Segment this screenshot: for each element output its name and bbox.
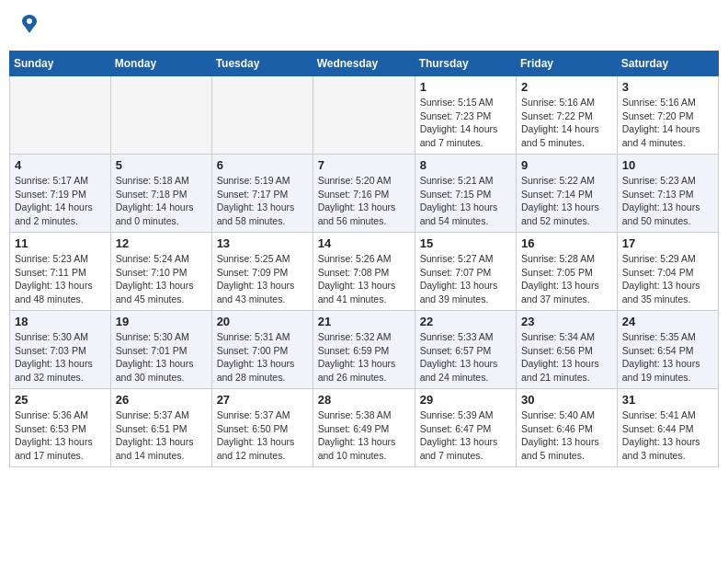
day-info: Sunrise: 5:23 AM Sunset: 7:11 PM Dayligh… bbox=[15, 252, 106, 306]
day-number: 7 bbox=[318, 158, 410, 172]
day-info: Sunrise: 5:37 AM Sunset: 6:51 PM Dayligh… bbox=[116, 408, 207, 463]
day-info: Sunrise: 5:29 AM Sunset: 7:04 PM Dayligh… bbox=[622, 252, 713, 306]
day-number: 28 bbox=[318, 393, 410, 407]
day-info: Sunrise: 5:33 AM Sunset: 6:57 PM Dayligh… bbox=[420, 330, 511, 385]
day-number: 11 bbox=[15, 236, 106, 250]
day-number: 18 bbox=[15, 315, 106, 328]
weekday-header-tuesday: Tuesday bbox=[211, 52, 313, 76]
day-number: 6 bbox=[217, 158, 308, 172]
weekday-header-wednesday: Wednesday bbox=[313, 52, 415, 76]
day-info: Sunrise: 5:18 AM Sunset: 7:18 PM Dayligh… bbox=[116, 174, 207, 228]
calendar-day-cell: 19Sunrise: 5:30 AM Sunset: 7:01 PM Dayli… bbox=[110, 311, 211, 389]
calendar-day-cell: 13Sunrise: 5:25 AM Sunset: 7:09 PM Dayli… bbox=[211, 233, 313, 311]
day-info: Sunrise: 5:40 AM Sunset: 6:46 PM Dayligh… bbox=[521, 408, 612, 463]
day-info: Sunrise: 5:32 AM Sunset: 6:59 PM Dayligh… bbox=[318, 330, 410, 385]
day-info: Sunrise: 5:41 AM Sunset: 6:44 PM Dayligh… bbox=[622, 408, 713, 463]
calendar-week-row: 1Sunrise: 5:15 AM Sunset: 7:23 PM Daylig… bbox=[10, 76, 719, 155]
day-info: Sunrise: 5:24 AM Sunset: 7:10 PM Dayligh… bbox=[116, 252, 207, 306]
day-info: Sunrise: 5:25 AM Sunset: 7:09 PM Dayligh… bbox=[217, 252, 308, 306]
calendar-week-row: 11Sunrise: 5:23 AM Sunset: 7:11 PM Dayli… bbox=[10, 233, 719, 311]
calendar-day-cell bbox=[110, 76, 211, 155]
day-info: Sunrise: 5:39 AM Sunset: 6:47 PM Dayligh… bbox=[420, 408, 511, 463]
day-number: 16 bbox=[521, 236, 612, 250]
day-info: Sunrise: 5:26 AM Sunset: 7:08 PM Dayligh… bbox=[318, 252, 410, 306]
calendar-day-cell: 31Sunrise: 5:41 AM Sunset: 6:44 PM Dayli… bbox=[617, 389, 718, 467]
calendar-day-cell: 18Sunrise: 5:30 AM Sunset: 7:03 PM Dayli… bbox=[10, 311, 111, 389]
day-info: Sunrise: 5:21 AM Sunset: 7:15 PM Dayligh… bbox=[420, 174, 511, 228]
day-info: Sunrise: 5:30 AM Sunset: 7:03 PM Dayligh… bbox=[15, 330, 106, 385]
calendar-day-cell: 14Sunrise: 5:26 AM Sunset: 7:08 PM Dayli… bbox=[313, 233, 415, 311]
calendar-day-cell: 22Sunrise: 5:33 AM Sunset: 6:57 PM Dayli… bbox=[415, 311, 516, 389]
day-number: 5 bbox=[116, 158, 207, 172]
day-number: 20 bbox=[217, 315, 308, 328]
calendar-day-cell: 12Sunrise: 5:24 AM Sunset: 7:10 PM Dayli… bbox=[110, 233, 211, 311]
calendar-day-cell: 16Sunrise: 5:28 AM Sunset: 7:05 PM Dayli… bbox=[517, 233, 618, 311]
day-number: 8 bbox=[420, 158, 511, 172]
day-number: 26 bbox=[116, 393, 207, 407]
day-number: 27 bbox=[217, 393, 308, 407]
day-info: Sunrise: 5:34 AM Sunset: 6:56 PM Dayligh… bbox=[521, 330, 612, 385]
day-info: Sunrise: 5:37 AM Sunset: 6:50 PM Dayligh… bbox=[217, 408, 308, 463]
day-number: 24 bbox=[622, 315, 713, 328]
calendar-week-row: 25Sunrise: 5:36 AM Sunset: 6:53 PM Dayli… bbox=[10, 389, 719, 467]
weekday-header-row: SundayMondayTuesdayWednesdayThursdayFrid… bbox=[10, 52, 719, 76]
calendar-day-cell: 11Sunrise: 5:23 AM Sunset: 7:11 PM Dayli… bbox=[10, 233, 111, 311]
calendar-day-cell: 7Sunrise: 5:20 AM Sunset: 7:16 PM Daylig… bbox=[313, 155, 415, 233]
calendar-day-cell: 23Sunrise: 5:34 AM Sunset: 6:56 PM Dayli… bbox=[517, 311, 618, 389]
day-info: Sunrise: 5:35 AM Sunset: 6:54 PM Dayligh… bbox=[622, 330, 713, 385]
day-number: 21 bbox=[318, 315, 410, 328]
day-number: 17 bbox=[622, 236, 713, 250]
calendar-day-cell bbox=[211, 76, 313, 155]
calendar-day-cell: 3Sunrise: 5:16 AM Sunset: 7:20 PM Daylig… bbox=[617, 76, 718, 155]
day-info: Sunrise: 5:36 AM Sunset: 6:53 PM Dayligh… bbox=[15, 408, 106, 463]
calendar-day-cell: 15Sunrise: 5:27 AM Sunset: 7:07 PM Dayli… bbox=[415, 233, 516, 311]
weekday-header-monday: Monday bbox=[110, 52, 211, 76]
day-info: Sunrise: 5:38 AM Sunset: 6:49 PM Dayligh… bbox=[318, 408, 410, 463]
day-info: Sunrise: 5:15 AM Sunset: 7:23 PM Dayligh… bbox=[420, 96, 511, 150]
day-number: 31 bbox=[622, 393, 713, 407]
weekday-header-thursday: Thursday bbox=[415, 52, 516, 76]
day-number: 3 bbox=[622, 80, 713, 94]
day-number: 1 bbox=[420, 80, 511, 94]
calendar-table: SundayMondayTuesdayWednesdayThursdayFrid… bbox=[9, 51, 719, 467]
calendar-week-row: 4Sunrise: 5:17 AM Sunset: 7:19 PM Daylig… bbox=[10, 155, 719, 233]
day-info: Sunrise: 5:17 AM Sunset: 7:19 PM Dayligh… bbox=[15, 174, 106, 228]
day-number: 14 bbox=[318, 236, 410, 250]
calendar-day-cell: 2Sunrise: 5:16 AM Sunset: 7:22 PM Daylig… bbox=[517, 76, 618, 155]
day-number: 19 bbox=[116, 315, 207, 328]
calendar-week-row: 18Sunrise: 5:30 AM Sunset: 7:03 PM Dayli… bbox=[10, 311, 719, 389]
day-number: 10 bbox=[622, 158, 713, 172]
calendar-day-cell: 8Sunrise: 5:21 AM Sunset: 7:15 PM Daylig… bbox=[415, 155, 516, 233]
day-info: Sunrise: 5:23 AM Sunset: 7:13 PM Dayligh… bbox=[622, 174, 713, 228]
weekday-header-sunday: Sunday bbox=[10, 52, 111, 76]
calendar-day-cell: 17Sunrise: 5:29 AM Sunset: 7:04 PM Dayli… bbox=[617, 233, 718, 311]
calendar-day-cell: 21Sunrise: 5:32 AM Sunset: 6:59 PM Dayli… bbox=[313, 311, 415, 389]
day-info: Sunrise: 5:20 AM Sunset: 7:16 PM Dayligh… bbox=[318, 174, 410, 228]
weekday-header-saturday: Saturday bbox=[617, 52, 718, 76]
day-info: Sunrise: 5:22 AM Sunset: 7:14 PM Dayligh… bbox=[521, 174, 612, 228]
logo bbox=[17, 13, 40, 40]
day-number: 13 bbox=[217, 236, 308, 250]
day-info: Sunrise: 5:16 AM Sunset: 7:20 PM Dayligh… bbox=[622, 96, 713, 150]
calendar-day-cell: 20Sunrise: 5:31 AM Sunset: 7:00 PM Dayli… bbox=[211, 311, 313, 389]
calendar-day-cell: 6Sunrise: 5:19 AM Sunset: 7:17 PM Daylig… bbox=[211, 155, 313, 233]
calendar-day-cell: 1Sunrise: 5:15 AM Sunset: 7:23 PM Daylig… bbox=[415, 76, 516, 155]
calendar-day-cell bbox=[313, 76, 415, 155]
calendar-day-cell: 30Sunrise: 5:40 AM Sunset: 6:46 PM Dayli… bbox=[517, 389, 618, 467]
day-number: 29 bbox=[420, 393, 511, 407]
header bbox=[9, 9, 719, 43]
calendar-day-cell: 9Sunrise: 5:22 AM Sunset: 7:14 PM Daylig… bbox=[517, 155, 618, 233]
calendar-day-cell: 5Sunrise: 5:18 AM Sunset: 7:18 PM Daylig… bbox=[110, 155, 211, 233]
day-number: 25 bbox=[15, 393, 106, 407]
day-number: 9 bbox=[521, 158, 612, 172]
day-number: 23 bbox=[521, 315, 612, 328]
day-info: Sunrise: 5:27 AM Sunset: 7:07 PM Dayligh… bbox=[420, 252, 511, 306]
day-number: 22 bbox=[420, 315, 511, 328]
calendar-day-cell: 29Sunrise: 5:39 AM Sunset: 6:47 PM Dayli… bbox=[415, 389, 516, 467]
day-number: 30 bbox=[521, 393, 612, 407]
day-info: Sunrise: 5:31 AM Sunset: 7:00 PM Dayligh… bbox=[217, 330, 308, 385]
calendar-day-cell: 24Sunrise: 5:35 AM Sunset: 6:54 PM Dayli… bbox=[617, 311, 718, 389]
day-number: 4 bbox=[15, 158, 106, 172]
day-info: Sunrise: 5:19 AM Sunset: 7:17 PM Dayligh… bbox=[217, 174, 308, 228]
calendar-day-cell: 25Sunrise: 5:36 AM Sunset: 6:53 PM Dayli… bbox=[10, 389, 111, 467]
